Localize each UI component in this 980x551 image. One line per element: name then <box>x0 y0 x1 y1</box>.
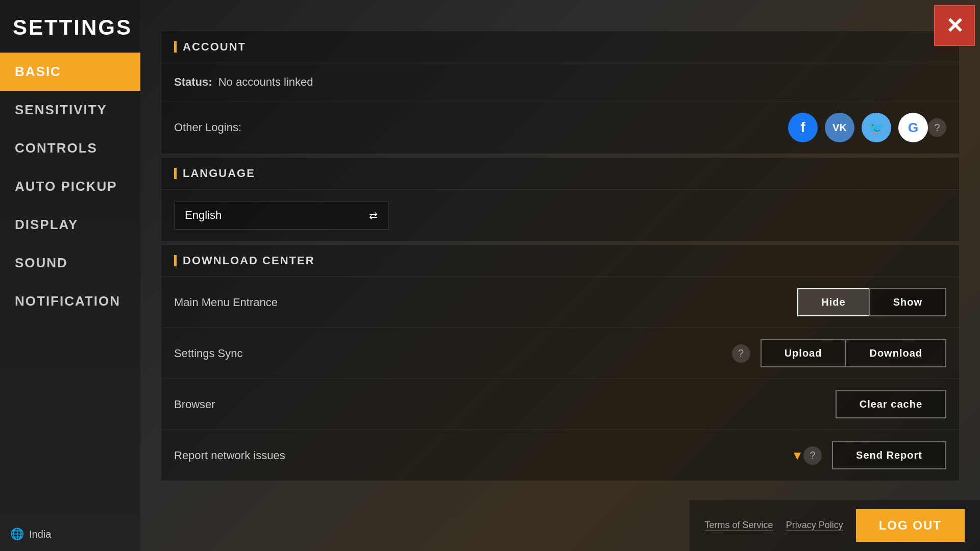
facebook-icon: f <box>800 119 805 136</box>
upload-button[interactable]: Upload <box>761 339 846 367</box>
language-title: LANGUAGE <box>183 167 255 180</box>
hide-show-pair: Hide Show <box>797 288 946 316</box>
account-status-row: Status: No accounts linked <box>161 63 959 102</box>
footer: Terms of Service Privacy Policy LOG OUT <box>690 500 980 551</box>
account-help-icon[interactable]: ? <box>928 118 946 137</box>
close-button[interactable]: ✕ <box>934 5 975 46</box>
twitter-icon: 🐦 <box>868 120 885 136</box>
social-icons: f VK 🐦 G <box>788 113 928 142</box>
upload-download-pair: Upload Download <box>761 339 946 367</box>
main-content: ACCOUNT Status: No accounts linked Other… <box>140 0 980 551</box>
logins-label: Other Logins: <box>174 121 788 134</box>
vk-login-button[interactable]: VK <box>825 113 854 142</box>
terms-of-service-link[interactable]: Terms of Service <box>705 520 773 531</box>
status-value: No accounts linked <box>218 76 313 88</box>
browser-row: Browser Clear cache <box>161 379 959 430</box>
section-accent-lang <box>174 168 177 179</box>
google-icon: G <box>908 120 918 136</box>
browser-label: Browser <box>174 398 836 411</box>
language-selector[interactable]: English ⇄ <box>174 201 388 230</box>
region-area[interactable]: 🌐 India <box>10 528 51 541</box>
download-button[interactable]: Download <box>845 339 946 367</box>
show-button[interactable]: Show <box>869 288 946 316</box>
account-status-text: Status: No accounts linked <box>174 76 313 89</box>
settings-sync-label: Settings Sync <box>174 347 732 360</box>
main-menu-label: Main Menu Entrance <box>174 296 797 309</box>
sidebar: SETTINGS BASIC SENSITIVITY CONTROLS AUTO… <box>0 0 140 551</box>
sidebar-item-sensitivity[interactable]: SENSITIVITY <box>0 91 140 129</box>
swap-icon: ⇄ <box>369 209 378 221</box>
status-label: Status: <box>174 76 212 88</box>
language-current: English <box>185 209 222 222</box>
google-login-button[interactable]: G <box>898 113 928 142</box>
download-center-title: DOWNLOAD CENTER <box>183 254 315 267</box>
language-row: English ⇄ <box>161 190 959 241</box>
account-section: ACCOUNT Status: No accounts linked Other… <box>161 31 960 154</box>
sidebar-item-notification[interactable]: NOTIFICATION <box>0 282 140 320</box>
settings-title: SETTINGS <box>0 0 140 53</box>
language-section: LANGUAGE English ⇄ <box>161 157 960 241</box>
settings-sync-help-icon[interactable]: ? <box>732 344 750 363</box>
globe-icon: 🌐 <box>10 528 24 541</box>
download-center-section: DOWNLOAD CENTER Main Menu Entrance Hide … <box>161 244 960 481</box>
sidebar-item-basic[interactable]: BASIC <box>0 53 140 91</box>
other-logins-row: Other Logins: f VK 🐦 G ? <box>161 102 959 154</box>
download-center-header: DOWNLOAD CENTER <box>161 245 959 277</box>
facebook-login-button[interactable]: f <box>788 113 818 142</box>
privacy-policy-link[interactable]: Privacy Policy <box>786 520 843 531</box>
section-accent <box>174 41 177 53</box>
hide-button[interactable]: Hide <box>797 288 869 316</box>
sidebar-item-auto-pickup[interactable]: AUTO PICKUP <box>0 167 140 206</box>
chevron-down-icon: ▼ <box>791 448 803 463</box>
sidebar-item-controls[interactable]: CONTROLS <box>0 129 140 167</box>
sidebar-item-display[interactable]: DISPLAY <box>0 206 140 244</box>
account-section-header: ACCOUNT <box>161 31 959 63</box>
report-network-label: Report network issues <box>174 449 791 462</box>
section-accent-dl <box>174 255 177 266</box>
report-help-icon[interactable]: ? <box>803 446 822 465</box>
account-title: ACCOUNT <box>183 40 246 54</box>
region-label: India <box>29 529 51 540</box>
report-network-row: Report network issues ▼ ? Send Report <box>161 430 959 481</box>
vk-icon: VK <box>832 122 847 134</box>
send-report-button[interactable]: Send Report <box>832 441 946 469</box>
clear-cache-button[interactable]: Clear cache <box>836 390 946 418</box>
language-section-header: LANGUAGE <box>161 158 959 190</box>
sidebar-item-sound[interactable]: SOUND <box>0 244 140 282</box>
close-icon: ✕ <box>946 13 964 38</box>
twitter-login-button[interactable]: 🐦 <box>862 113 891 142</box>
main-menu-entrance-row: Main Menu Entrance Hide Show <box>161 277 959 328</box>
settings-sync-row: Settings Sync ? Upload Download <box>161 328 959 379</box>
logout-button[interactable]: LOG OUT <box>856 509 965 542</box>
